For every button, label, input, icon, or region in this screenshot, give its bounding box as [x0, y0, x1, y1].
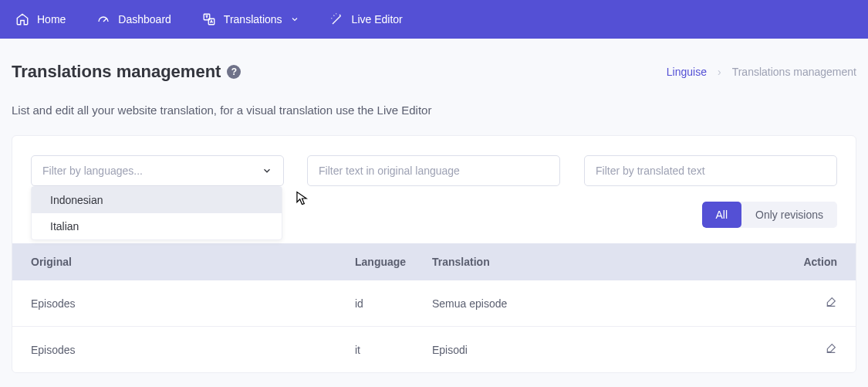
original-text-placeholder: Filter text in original language	[319, 165, 460, 177]
filters-row: Filter by languages... Filter text in or…	[12, 136, 856, 186]
toggle-only-revisions[interactable]: Only revisions	[741, 202, 837, 228]
dropdown-option-indonesian[interactable]: Indonesian	[32, 187, 282, 213]
breadcrumb-current: Translations management	[732, 66, 856, 78]
cell-translation: Semua episode	[432, 297, 756, 310]
language-filter-select[interactable]: Filter by languages...	[31, 155, 284, 186]
original-text-filter[interactable]: Filter text in original language	[307, 155, 560, 186]
table-row: Episodes id Semua episode	[12, 280, 856, 327]
language-dropdown: Indonesian Italian	[31, 186, 282, 240]
nav-live-editor-label: Live Editor	[352, 13, 403, 25]
cell-action	[825, 342, 837, 357]
chevron-down-icon	[262, 165, 272, 176]
top-navbar: Home Dashboard Translations Live Editor	[0, 0, 868, 39]
breadcrumb: Linguise › Translations management	[667, 66, 856, 78]
chevron-down-icon	[290, 15, 299, 24]
page-title: Translations management ?	[12, 62, 241, 82]
th-language: Language	[355, 256, 432, 268]
nav-live-editor[interactable]: Live Editor	[330, 12, 403, 26]
translated-text-filter[interactable]: Filter by translated text	[584, 155, 837, 186]
cell-language: id	[355, 297, 432, 310]
nav-translations-label: Translations	[224, 13, 282, 25]
nav-home-label: Home	[37, 13, 66, 25]
edit-icon[interactable]	[825, 342, 837, 355]
cell-language: it	[355, 344, 432, 356]
home-icon	[15, 12, 29, 26]
table-row: Episodes it Episodi	[12, 327, 856, 372]
edit-icon[interactable]	[825, 296, 837, 308]
cell-translation: Episodi	[432, 344, 756, 356]
breadcrumb-separator: ›	[718, 66, 721, 78]
wand-icon	[330, 12, 344, 26]
nav-translations[interactable]: Translations	[202, 12, 299, 26]
th-translation: Translation	[432, 256, 756, 268]
nav-dashboard[interactable]: Dashboard	[96, 12, 171, 26]
gauge-icon	[96, 12, 110, 26]
th-action: Action	[803, 256, 837, 268]
language-filter-placeholder: Filter by languages...	[42, 165, 143, 177]
toggle-all[interactable]: All	[702, 202, 742, 228]
cell-action	[825, 296, 837, 311]
table-header: Original Language Translation Action	[12, 243, 856, 280]
cell-original: Episodes	[31, 344, 355, 356]
page-title-text: Translations management	[12, 62, 221, 82]
nav-dashboard-label: Dashboard	[118, 13, 171, 25]
help-icon[interactable]: ?	[227, 65, 241, 79]
translate-icon	[202, 12, 216, 26]
translated-text-placeholder: Filter by translated text	[596, 165, 705, 177]
nav-home[interactable]: Home	[15, 12, 66, 26]
th-original: Original	[31, 256, 355, 268]
revision-toggle: All Only revisions	[702, 202, 837, 228]
header-row: Translations management ? Linguise › Tra…	[0, 39, 868, 90]
breadcrumb-link[interactable]: Linguise	[667, 66, 707, 78]
dropdown-option-italian[interactable]: Italian	[32, 213, 282, 239]
page-subtitle: List and edit all your website translati…	[0, 90, 868, 135]
cell-original: Episodes	[31, 297, 355, 310]
content-card: Filter by languages... Filter text in or…	[12, 135, 856, 373]
